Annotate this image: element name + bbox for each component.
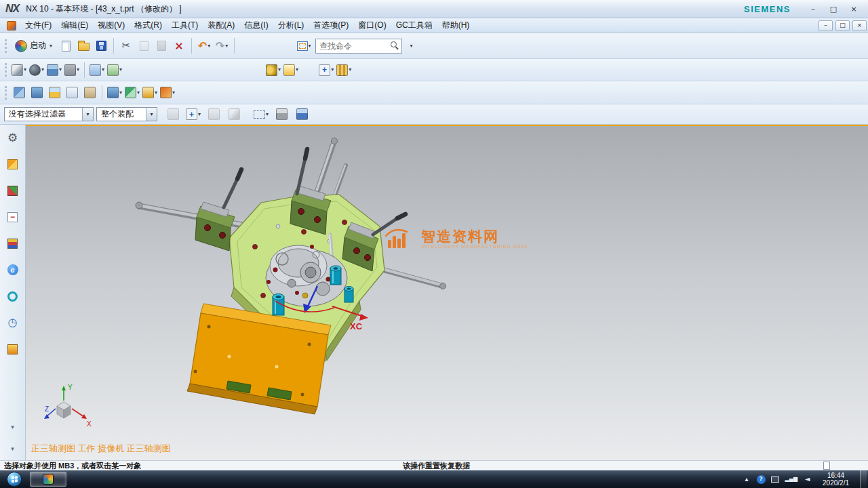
deselect-icon [208, 108, 220, 120]
undo-button[interactable]: ↶▾ [195, 37, 213, 56]
caret-down-icon[interactable]: ▾ [146, 108, 157, 121]
menu-tools[interactable]: 工具(T) [167, 18, 203, 33]
menu-help[interactable]: 帮助(H) [437, 18, 475, 33]
highlight-selection-button[interactable]: +▾ [184, 105, 202, 124]
internet-explorer-button[interactable]: e [5, 262, 20, 277]
background-color-button[interactable]: ▾ [63, 62, 81, 79]
search-options-button[interactable]: ▾ [402, 37, 420, 56]
status-page-icon[interactable] [823, 462, 830, 470]
measure-button[interactable]: ▾ [335, 62, 353, 79]
3d-model-canvas[interactable]: XC [26, 126, 868, 460]
command-search-input[interactable] [319, 41, 391, 51]
volume-icon[interactable]: ◄ [803, 474, 812, 484]
selection-scope-select[interactable]: 整个装配 ▾ [96, 107, 157, 121]
constraint-navigator-button[interactable]: − [5, 209, 20, 224]
caret-down-icon: ▾ [266, 112, 269, 117]
nx-taskbar-button[interactable] [30, 472, 66, 487]
exploded-view-button[interactable]: ▾ [159, 84, 176, 101]
menu-edit[interactable]: 编辑(E) [56, 18, 93, 33]
toolbar-grip[interactable] [5, 39, 7, 53]
close-button[interactable]: × [845, 3, 863, 15]
open-file-button[interactable] [75, 37, 92, 56]
general-object-button[interactable] [273, 105, 290, 124]
toolbar-grip[interactable] [5, 63, 7, 77]
select-all-button[interactable] [164, 105, 182, 124]
menu-analysis[interactable]: 分析(L) [273, 18, 309, 33]
menu-view[interactable]: 视图(V) [93, 18, 130, 33]
cut-button[interactable]: ✂ [117, 37, 135, 56]
history-button[interactable]: ◷ [5, 315, 20, 330]
solid-body-button[interactable] [293, 105, 311, 124]
hidden-icons-button[interactable]: ▴ [743, 474, 751, 484]
menu-preferences[interactable]: 首选项(P) [309, 18, 353, 33]
find-component-button[interactable] [10, 84, 28, 101]
assembly-constraints-button[interactable]: ▾ [141, 84, 159, 101]
menu-file[interactable]: 文件(F) [20, 18, 56, 33]
graphics-window[interactable]: XC 智造资料网 INTELLIGENT MANUFACTURING DATA [26, 125, 868, 460]
copy-button[interactable] [135, 37, 153, 56]
menu-assemblies[interactable]: 装配(A) [203, 18, 239, 33]
statusbar: 选择对象并使用 MB3，或者双击某一对象 该操作重置恢复数据 [0, 460, 868, 470]
layer-settings-button[interactable]: ▾ [106, 62, 123, 79]
caret-down-icon: ▾ [155, 90, 157, 96]
help-tray-icon[interactable]: ? [757, 475, 766, 484]
start-orb-button[interactable] [7, 472, 22, 487]
menu-information[interactable]: 信息(I) [239, 18, 273, 33]
materials-button[interactable] [5, 342, 20, 357]
selection-filter-select[interactable]: 没有选择过滤器 ▾ [4, 107, 94, 121]
save-button[interactable] [92, 37, 110, 56]
search-icon[interactable] [391, 41, 399, 50]
help-button[interactable] [5, 289, 20, 304]
show-desktop-button[interactable] [860, 470, 867, 488]
show-hide-button[interactable]: ▾ [88, 62, 106, 79]
add-component-button[interactable]: ▾ [106, 84, 123, 101]
history-clock-icon: ◷ [8, 317, 18, 328]
caret-down-icon[interactable]: ▾ [82, 108, 93, 121]
visualization-button[interactable]: ▾ [264, 62, 282, 79]
session-library-button[interactable] [81, 84, 98, 101]
orient-view-button[interactable]: ▾ [10, 62, 28, 79]
menu-window[interactable]: 窗口(O) [353, 18, 391, 33]
open-component-button[interactable] [45, 84, 63, 101]
previous-selection-button[interactable] [225, 105, 243, 124]
view-cube-icon [47, 64, 58, 76]
resource-settings-button[interactable]: ⚙ [5, 130, 20, 145]
lighting-button[interactable]: ▾ [282, 62, 300, 79]
move-component-button[interactable]: ▾ [123, 84, 141, 101]
assembly-navigator-button[interactable] [5, 183, 20, 198]
main-area: ⚙ − e ◷ ▾ ▾ [0, 125, 868, 460]
component-group-button[interactable] [28, 84, 45, 101]
add-component-icon [107, 87, 119, 98]
deselect-all-button[interactable] [205, 105, 222, 124]
menu-gc-toolbox[interactable]: GC工具箱 [391, 18, 437, 33]
network-icon[interactable]: ▂▄▆ [785, 474, 797, 484]
view-cube-button[interactable]: ▾ [45, 62, 63, 79]
undo-icon: ↶ [198, 41, 207, 52]
start-menu-button[interactable]: 启动 ▾ [10, 37, 57, 56]
ruler-icon [336, 64, 348, 76]
doc-restore-button[interactable]: □ [835, 20, 850, 31]
toolbar-grip[interactable] [5, 86, 7, 100]
new-file-button[interactable] [57, 37, 75, 56]
paste-button[interactable] [153, 37, 170, 56]
touch-mode-button[interactable]: ▾ [295, 37, 313, 56]
taskbar-clock[interactable]: 16:44 2020/2/1 [817, 472, 854, 487]
orientation-triad[interactable]: Y X Z [43, 382, 96, 428]
show-product-outline-button[interactable] [63, 84, 81, 101]
rectangle-select-button[interactable]: ▾ [252, 105, 270, 124]
part-navigator-button[interactable] [5, 236, 20, 251]
snap-point-button[interactable]: +▾ [317, 62, 335, 79]
doc-minimize-button[interactable]: – [818, 20, 833, 31]
minimize-button[interactable]: – [804, 3, 822, 15]
scroll-down-button[interactable]: ▾ [5, 441, 20, 456]
delete-button[interactable]: × [170, 37, 188, 56]
scroll-up-button[interactable]: ▾ [5, 420, 20, 434]
render-style-button[interactable]: ▾ [28, 62, 45, 79]
redo-button[interactable]: ↷▾ [213, 37, 231, 56]
menu-format[interactable]: 格式(R) [130, 18, 167, 33]
monitor-tray-icon[interactable] [771, 474, 780, 484]
watermark-text: 智造资料网 INTELLIGENT MANUFACTURING DATA [421, 228, 528, 249]
doc-close-button[interactable]: × [852, 20, 867, 31]
roles-button[interactable] [5, 157, 20, 171]
maximize-button[interactable]: □ [825, 3, 842, 15]
